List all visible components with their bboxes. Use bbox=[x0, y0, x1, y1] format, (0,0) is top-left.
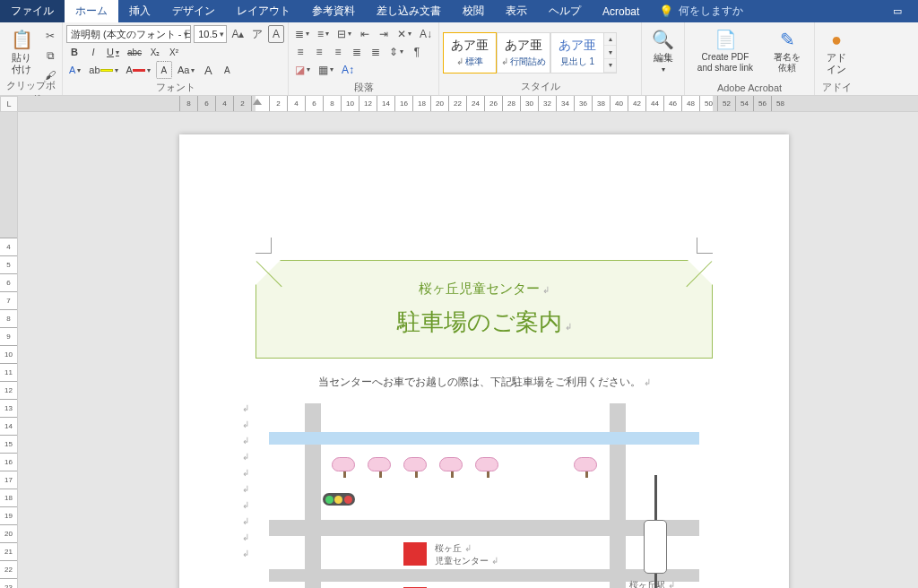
font-size-select[interactable]: 10.5 bbox=[194, 25, 227, 43]
group-paragraph: ≣ ≡ ⊟ ⇤ ⇥ ✕ A↓ ≡ ≡ ≡ ≣ ≣ ⇕ ¶ ◪ ▦ A↕ 段落 bbox=[289, 22, 439, 95]
shading-button[interactable]: ◪ bbox=[292, 61, 313, 79]
group-clipboard: 📋 貼り付け ✂ ⧉ 🖌 クリップボード bbox=[0, 22, 63, 95]
style-normal[interactable]: あア亜 ↲ 標準 bbox=[443, 32, 497, 74]
styles-group-label: スタイル bbox=[443, 78, 637, 95]
window-controls: ▭ bbox=[877, 0, 918, 22]
addin-button[interactable]: ● アドイン bbox=[818, 25, 854, 79]
group-font: 游明朝 (本文のフォント - 日本 10.5 A▴ ア A B I U abc … bbox=[63, 22, 289, 95]
group-editing: 🔍 編集 ▾ bbox=[642, 22, 685, 95]
create-pdf-button[interactable]: 📄 Create PDF and share link bbox=[688, 25, 762, 77]
tab-references[interactable]: 参考資料 bbox=[301, 0, 366, 22]
underline-button[interactable]: U bbox=[104, 43, 122, 61]
tab-mailings[interactable]: 差し込み文書 bbox=[366, 0, 452, 22]
phonetic-guide-button[interactable]: ア bbox=[249, 25, 265, 43]
text-direction-button[interactable]: A↕ bbox=[339, 61, 357, 79]
shrink-font-button[interactable]: A bbox=[219, 61, 235, 79]
grow-font-button[interactable]: A▴ bbox=[230, 25, 247, 43]
station-icon bbox=[644, 520, 667, 574]
magnifier-icon: 🔍 bbox=[652, 29, 674, 50]
bulb-icon: 💡 bbox=[659, 4, 673, 18]
find-button[interactable]: 🔍 編集 ▾ bbox=[645, 25, 680, 78]
acro-group-label: Adobe Acrobat bbox=[688, 81, 810, 95]
pdf-icon: 📄 bbox=[714, 29, 737, 50]
indent-inc-button[interactable]: ⇥ bbox=[376, 25, 392, 43]
ribbon-collapse-button[interactable]: ▭ bbox=[877, 0, 918, 22]
tab-acrobat[interactable]: Acrobat bbox=[592, 0, 650, 22]
addin-icon: ● bbox=[831, 29, 842, 50]
tab-design[interactable]: デザイン bbox=[161, 0, 226, 22]
grow-font2-button[interactable]: A bbox=[200, 61, 216, 79]
tab-review[interactable]: 校閲 bbox=[452, 0, 495, 22]
center-marker bbox=[403, 542, 427, 566]
request-signature-button[interactable]: ✎ 署名を依頼 bbox=[765, 25, 810, 77]
doc-title-2: 駐車場のご案内 bbox=[397, 308, 562, 335]
superscript-button[interactable]: X² bbox=[166, 43, 182, 61]
doc-map: 桜ヶ丘↲児童センター↲ 駐車場↲ 桜ヶ丘駅↲ bbox=[269, 403, 699, 588]
tab-file[interactable]: ファイル bbox=[0, 0, 65, 22]
bullets-button[interactable]: ≣ bbox=[292, 25, 312, 43]
tab-layout[interactable]: レイアウト bbox=[226, 0, 301, 22]
align-left-button[interactable]: ≡ bbox=[292, 43, 308, 61]
copy-button[interactable]: ⧉ bbox=[42, 47, 58, 65]
highlight-button[interactable]: ab bbox=[86, 61, 120, 79]
change-case-button[interactable]: Aa bbox=[175, 61, 197, 79]
para-group-label: 段落 bbox=[292, 79, 435, 96]
style-heading1[interactable]: あア亜 見出し 1 bbox=[550, 32, 604, 74]
style-gallery-scroll[interactable]: ▴▾▾ bbox=[604, 32, 617, 74]
tab-view[interactable]: 表示 bbox=[495, 0, 538, 22]
multilevel-button[interactable]: ⊟ bbox=[334, 25, 354, 43]
text-effects-button[interactable]: A bbox=[66, 61, 83, 79]
sort-button[interactable]: A↓ bbox=[417, 25, 435, 43]
doc-header-panel: 桜ヶ丘児童センター↲ 駐車場のご案内↲ bbox=[255, 260, 713, 359]
enclose-chars-button[interactable]: A bbox=[268, 25, 284, 43]
style-nospacing[interactable]: あア亜 ↲ 行間詰め bbox=[497, 32, 550, 74]
indent-dec-button[interactable]: ⇤ bbox=[357, 25, 373, 43]
distribute-button[interactable]: ≣ bbox=[368, 43, 384, 61]
cut-button[interactable]: ✂ bbox=[42, 27, 58, 45]
subscript-button[interactable]: X₂ bbox=[147, 43, 163, 61]
align-right-button[interactable]: ≡ bbox=[330, 43, 346, 61]
group-styles: あア亜 ↲ 標準 あア亜 ↲ 行間詰め あア亜 見出し 1 ▴▾▾ スタイル bbox=[439, 22, 642, 95]
clipboard-icon: 📋 bbox=[11, 29, 33, 50]
align-center-button[interactable]: ≡ bbox=[311, 43, 327, 61]
document-canvas[interactable]: ↲↲↲↲↲↲↲↲↲↲ 桜ヶ丘児童センター↲ 駐車場のご案内↲ 当センターへお車で… bbox=[18, 112, 918, 588]
line-spacing-button[interactable]: ⇕ bbox=[386, 43, 406, 61]
font-name-select[interactable]: 游明朝 (本文のフォント - 日本 bbox=[66, 25, 191, 43]
tab-help[interactable]: ヘルプ bbox=[538, 0, 592, 22]
font-group-label: フォント bbox=[66, 79, 284, 96]
justify-button[interactable]: ≣ bbox=[349, 43, 365, 61]
tab-home[interactable]: ホーム bbox=[65, 0, 118, 22]
char-border-button[interactable]: A bbox=[156, 61, 172, 79]
tell-me-text: 何をしますか bbox=[679, 4, 743, 19]
group-acrobat: 📄 Create PDF and share link ✎ 署名を依頼 Adob… bbox=[685, 22, 815, 95]
ribbon-tabbar: ファイル ホーム 挿入 デザイン レイアウト 参考資料 差し込み文書 校閲 表示… bbox=[0, 0, 918, 22]
doc-intro: 当センターへお車でお越しの際は、下記駐車場をご利用ください。 bbox=[318, 376, 641, 388]
tell-me[interactable]: 💡 何をしますか bbox=[650, 0, 752, 22]
ribbon: 📋 貼り付け ✂ ⧉ 🖌 クリップボード 游明朝 (本文のフォント - 日本 1… bbox=[0, 22, 918, 96]
editing-label-btn: 編集 bbox=[654, 52, 673, 64]
borders-button[interactable]: ▦ bbox=[316, 61, 336, 79]
doc-title-1: 桜ヶ丘児童センター bbox=[419, 281, 540, 296]
italic-button[interactable]: I bbox=[85, 43, 101, 61]
tab-insert[interactable]: 挿入 bbox=[118, 0, 161, 22]
signature-icon: ✎ bbox=[780, 29, 795, 50]
group-addin: ● アドイン アドイン bbox=[815, 22, 858, 95]
bold-button[interactable]: B bbox=[66, 43, 82, 61]
show-marks-button[interactable]: ¶ bbox=[409, 43, 425, 61]
font-color-button[interactable]: A bbox=[124, 61, 153, 79]
traffic-signal-icon bbox=[323, 493, 355, 506]
paste-label: 貼り付け bbox=[9, 52, 34, 75]
horizontal-ruler[interactable]: 8642246810121416182022242628303234363840… bbox=[18, 96, 918, 112]
vertical-ruler[interactable]: 3211234567891011121314151617181920212223… bbox=[0, 112, 18, 588]
numbering-button[interactable]: ≡ bbox=[315, 25, 332, 43]
paste-button[interactable]: 📋 貼り付け bbox=[4, 25, 39, 79]
page[interactable]: ↲↲↲↲↲↲↲↲↲↲ 桜ヶ丘児童センター↲ 駐車場のご案内↲ 当センターへお車で… bbox=[179, 134, 789, 588]
ruler-corner[interactable]: L bbox=[0, 96, 18, 112]
asian-layout-button[interactable]: ✕ bbox=[394, 25, 414, 43]
strike-button[interactable]: abc bbox=[125, 43, 144, 61]
